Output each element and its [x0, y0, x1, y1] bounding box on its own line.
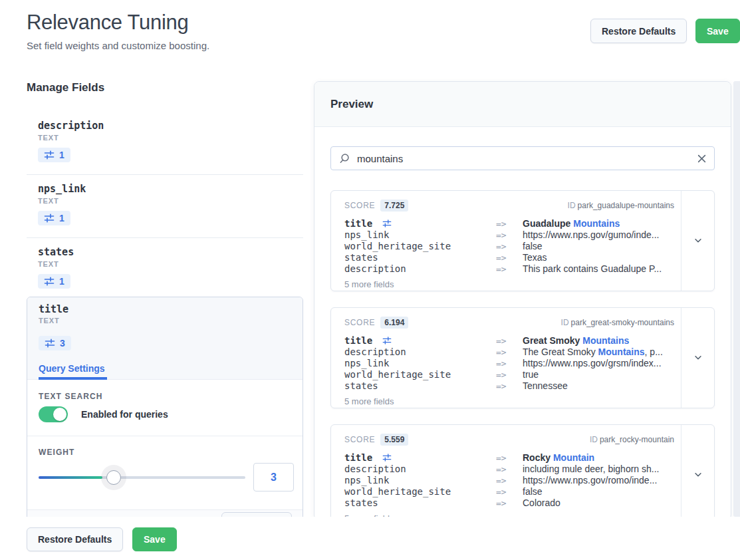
result-arrow: =>	[496, 358, 523, 369]
result-field-row: description => This park contains Guadal…	[344, 263, 674, 275]
field-list-item[interactable]: nps_link TEXT 1	[27, 175, 303, 238]
sliders-icon	[376, 219, 391, 230]
preview-body: SCORE 7.725 IDpark_guadalupe-mountains t…	[314, 127, 731, 520]
toggle-knob	[53, 408, 66, 421]
restore-defaults-button[interactable]: Restore Defaults	[27, 527, 123, 551]
field-list: description TEXT 1 nps_link TEXT 1	[27, 112, 303, 301]
field-weight-value: 1	[59, 276, 64, 287]
text-search-label: TEXT SEARCH	[39, 392, 103, 401]
expand-result-button[interactable]	[681, 425, 714, 520]
result-field-row: nps_link => https://www.nps.gov/romo/ind…	[344, 475, 674, 486]
result-rows: title => Rocky Mountain description => i…	[344, 452, 674, 509]
result-arrow: =>	[496, 370, 523, 380]
sliders-icon	[376, 337, 391, 347]
result-field-value: Texas	[523, 252, 674, 263]
field-name: title	[39, 303, 68, 315]
result-field-row: states => Colorado	[344, 497, 674, 509]
result-field-row: nps_link => https://www.nps.gov/gumo/ind…	[344, 229, 674, 241]
field-weight-value: 3	[60, 338, 65, 349]
slider-handle[interactable]	[106, 470, 121, 485]
result-card: SCORE 5.559 IDpark_rocky-mountain title …	[330, 424, 715, 520]
result-arrow: =>	[496, 264, 523, 275]
result-field-row: description => The Great Smoky Mountains…	[344, 347, 674, 358]
sliders-icon	[45, 338, 55, 349]
sliders-icon	[44, 276, 55, 287]
text-search-toggle[interactable]	[39, 406, 68, 422]
result-field-name: world_heritage_site	[344, 369, 496, 380]
result-field-row: world_heritage_site => false	[344, 486, 674, 497]
field-list-item[interactable]: description TEXT 1	[27, 112, 303, 175]
result-field-row: description => including mule deer, bigh…	[344, 464, 674, 475]
result-field-row: title => Great Smoky Mountains	[344, 335, 674, 347]
result-field-name: world_heritage_site	[344, 486, 496, 497]
clear-search-icon[interactable]	[697, 154, 706, 163]
field-type-label: TEXT	[39, 317, 60, 325]
chevron-down-icon	[693, 353, 703, 362]
result-field-name: description	[344, 464, 496, 474]
field-name: description	[38, 120, 292, 132]
selected-field-card: title TEXT 3 Query Settings TEXT SEARCH …	[27, 297, 303, 525]
score-badge: 7.725	[380, 200, 408, 211]
slider-fill	[39, 476, 102, 479]
result-field-value: true	[523, 369, 674, 380]
more-fields-label: 5 more fields	[344, 279, 674, 289]
result-field-value: https://www.nps.gov/gumo/inde...	[523, 229, 674, 240]
field-name: nps_link	[38, 183, 292, 195]
result-field-value: https://www.nps.gov/grsm/index...	[523, 358, 674, 368]
save-button[interactable]: Save	[695, 19, 740, 43]
result-field-row: nps_link => https://www.nps.gov/grsm/ind…	[344, 358, 674, 369]
restore-defaults-button[interactable]: Restore Defaults	[590, 19, 687, 43]
field-weight-value: 1	[59, 213, 64, 223]
search-box	[330, 146, 715, 170]
search-input[interactable]	[357, 153, 691, 164]
result-field-value: Great Smoky Mountains	[523, 335, 674, 346]
score-label: SCORE	[344, 435, 375, 444]
result-rows: title => Great Smoky Mountains descripti…	[344, 335, 674, 392]
more-fields-label: 5 more fields	[344, 396, 674, 406]
page-title: Relevance Tuning	[27, 11, 188, 35]
result-arrow: =>	[496, 241, 523, 252]
field-weight-value: 1	[59, 150, 64, 160]
result-field-name: nps_link	[344, 229, 496, 240]
field-type-label: TEXT	[38, 197, 292, 205]
sliders-icon	[44, 213, 55, 223]
result-field-name: nps_link	[344, 475, 496, 486]
result-field-name: description	[344, 347, 496, 357]
result-field-row: states => Texas	[344, 252, 674, 263]
expand-result-button[interactable]	[681, 308, 714, 408]
footer-bar: Restore Defaults Save	[0, 517, 740, 560]
result-arrow: =>	[496, 347, 523, 358]
result-arrow: =>	[496, 464, 523, 475]
result-main: SCORE 7.725 IDpark_guadalupe-mountains t…	[331, 191, 681, 291]
chevron-down-icon	[693, 470, 703, 480]
result-main: SCORE 5.559 IDpark_rocky-mountain title …	[331, 425, 681, 520]
section-divider	[27, 436, 303, 436]
result-field-value: Colorado	[523, 497, 674, 508]
result-arrow: =>	[496, 219, 523, 229]
clipped-panel-edge	[733, 81, 740, 517]
field-type-label: TEXT	[38, 134, 292, 142]
tab-query-settings[interactable]: Query Settings	[39, 363, 105, 374]
save-button[interactable]: Save	[132, 527, 177, 551]
result-field-name: world_heritage_site	[344, 241, 496, 251]
score-label: SCORE	[344, 318, 375, 327]
score-badge: 6.194	[380, 317, 408, 329]
result-field-value: false	[523, 486, 674, 497]
result-field-row: world_heritage_site => true	[344, 369, 674, 380]
weight-label: WEIGHT	[39, 448, 74, 457]
chevron-down-icon	[693, 236, 703, 245]
expand-result-button[interactable]	[681, 191, 714, 291]
result-field-value: Rocky Mountain	[523, 452, 674, 463]
field-weight-badge: 1	[38, 211, 70, 225]
score-badge: 5.559	[380, 434, 408, 446]
weight-value-box[interactable]: 3	[253, 463, 294, 491]
result-field-name: states	[344, 380, 496, 391]
result-arrow: =>	[496, 487, 523, 497]
result-main: SCORE 6.194 IDpark_great-smoky-mountains…	[331, 308, 681, 408]
result-field-name: states	[344, 252, 496, 263]
field-list-item[interactable]: states TEXT 1	[27, 238, 303, 301]
result-field-value: This park contains Guadalupe P...	[523, 263, 674, 274]
result-arrow: =>	[496, 336, 523, 347]
sliders-icon	[376, 454, 391, 464]
weight-slider[interactable]	[39, 476, 245, 479]
